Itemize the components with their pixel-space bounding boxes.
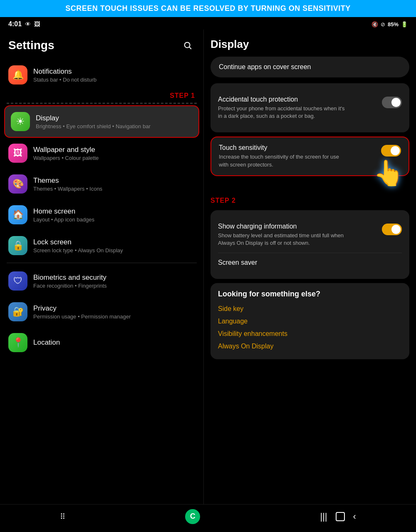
suggestion-always-on[interactable]: Always On Display (218, 340, 402, 353)
touch-cursor-icon: 👆 (373, 158, 404, 188)
biometrics-label: Biometrics and security (33, 273, 107, 282)
privacy-text: Privacy Permission usage • Permission ma… (33, 304, 131, 320)
lockscreen-icon-bg: 🔒 (8, 236, 27, 255)
continue-apps-label: Continue apps on cover screen (219, 63, 311, 70)
panel-title: Display (210, 38, 409, 51)
display-options-card: Accidental touch protection Protect your… (210, 83, 409, 132)
homescreen-sub: Layout • App icon badges (33, 216, 94, 223)
top-banner: SCREEN TOUCH ISSUES CAN BE RESOLVED BY T… (0, 0, 416, 17)
screen-saver-item[interactable]: Screen saver (218, 253, 402, 272)
show-charging-toggle[interactable] (382, 224, 402, 235)
notifications-text: Notifications Status bar • Do not distur… (33, 67, 97, 83)
square-button[interactable] (336, 512, 345, 521)
sidebar-title: Settings (8, 39, 54, 52)
svg-line-1 (189, 47, 191, 49)
step1-label: STEP 1 (0, 90, 203, 101)
wallpaper-icon-bg: 🖼 (8, 144, 27, 163)
themes-text: Themes Themes • Wallpapers • Icons (33, 177, 102, 192)
lockscreen-text: Lock screen Screen lock type • Always On… (33, 238, 123, 254)
banner-text: SCREEN TOUCH ISSUES CAN BE RESOLVED BY T… (65, 4, 351, 12)
accidental-touch-item[interactable]: Accidental touch protection Protect your… (218, 90, 402, 126)
battery-icon: 🔋 (401, 21, 408, 27)
sidebar-item-biometrics[interactable]: 🛡 Biometrics and security Face recogniti… (0, 266, 203, 296)
lockscreen-label: Lock screen (33, 238, 123, 246)
wallpaper-label: Wallpaper and style (33, 146, 99, 154)
show-charging-knob (391, 225, 401, 234)
sidebar-item-notifications[interactable]: 🔔 Notifications Status bar • Do not dist… (0, 60, 203, 90)
biometrics-text: Biometrics and security Face recognition… (33, 273, 107, 289)
back-button[interactable]: ‹ (353, 511, 356, 522)
location-label: Location (33, 338, 60, 347)
display-sub: Brightness • Eye comfort shield • Naviga… (36, 123, 151, 129)
search-button[interactable] (180, 38, 195, 53)
wallpaper-sub: Wallpapers • Colour palette (33, 155, 99, 161)
sidebar-item-wallpaper[interactable]: 🖼 Wallpaper and style Wallpapers • Colou… (0, 138, 203, 169)
sidebar-item-themes[interactable]: 🎨 Themes Themes • Wallpapers • Icons (0, 169, 203, 199)
privacy-sub: Permission usage • Permission manager (33, 313, 131, 320)
continue-apps-button[interactable]: Continue apps on cover screen (210, 57, 409, 77)
themes-icon-bg: 🎨 (8, 174, 27, 194)
notifications-icon: 🔔 (12, 70, 24, 80)
display-text: Display Brightness • Eye comfort shield … (36, 114, 151, 129)
home-button[interactable]: C (185, 509, 200, 524)
accidental-touch-sub: Protect your phone from accidental touch… (218, 105, 349, 120)
suggestion-language[interactable]: Language (218, 315, 402, 328)
charging-card: Show charging information Show battery l… (210, 210, 409, 279)
main-layout: Settings 🔔 Notifications Status bar • Do… (0, 30, 416, 504)
solid-divider (7, 263, 197, 263)
location-text: Location (33, 338, 60, 347)
location-icon: 📍 (12, 337, 24, 348)
touch-sensitivity-knob (391, 146, 400, 155)
privacy-icon: 🔐 (12, 306, 24, 317)
sidebar-header: Settings (0, 38, 203, 60)
status-right: 🔇 ⊘ 85% 🔋 (371, 21, 408, 27)
suggestion-visibility[interactable]: Visibility enhancements (218, 328, 402, 340)
display-label: Display (36, 114, 151, 122)
lockscreen-sub: Screen lock type • Always On Display (33, 247, 123, 254)
location-icon-bg: 📍 (8, 333, 27, 352)
status-image-icon: 🖼 (34, 21, 40, 27)
homescreen-text: Home screen Layout • App icon badges (33, 207, 94, 223)
dotted-divider-top (7, 103, 197, 104)
status-eye-icon: 👁 (25, 21, 31, 27)
privacy-label: Privacy (33, 304, 131, 313)
sidebar: Settings 🔔 Notifications Status bar • Do… (0, 30, 204, 504)
privacy-icon-bg: 🔐 (8, 302, 27, 321)
suggestions-title: Looking for something else? (218, 290, 402, 298)
themes-icon: 🎨 (12, 179, 24, 189)
display-icon-bg: ☀ (11, 112, 30, 131)
accidental-touch-toggle[interactable] (382, 97, 402, 108)
accidental-touch-title: Accidental touch protection (218, 96, 382, 103)
homescreen-icon-bg: 🏠 (8, 205, 27, 224)
suggestion-side-key[interactable]: Side key (218, 303, 402, 315)
app-drawer-button[interactable]: ⠿ (60, 512, 65, 521)
notifications-icon-bg: 🔔 (8, 65, 27, 85)
recents-button[interactable]: ||| (320, 511, 327, 522)
wallpaper-text: Wallpaper and style Wallpapers • Colour … (33, 146, 99, 161)
homescreen-icon: 🏠 (12, 209, 24, 220)
status-left: 4:01 👁 🖼 (8, 20, 40, 28)
show-charging-item[interactable]: Show charging information Show battery l… (218, 217, 402, 253)
mute-icon: 🔇 (371, 21, 378, 27)
status-time: 4:01 (8, 20, 22, 28)
sidebar-item-display[interactable]: ☀ Display Brightness • Eye comfort shiel… (4, 105, 199, 138)
accidental-touch-knob (391, 98, 401, 107)
touch-sensitivity-toggle[interactable] (381, 145, 401, 157)
lockscreen-icon: 🔒 (12, 240, 24, 251)
show-charging-sub: Show battery level and estimated time un… (218, 232, 349, 247)
screen-saver-title: Screen saver (218, 259, 402, 266)
themes-sub: Themes • Wallpapers • Icons (33, 186, 102, 192)
themes-label: Themes (33, 177, 102, 185)
sidebar-item-privacy[interactable]: 🔐 Privacy Permission usage • Permission … (0, 296, 203, 327)
show-charging-title: Show charging information (218, 223, 382, 230)
status-bar: 4:01 👁 🖼 🔇 ⊘ 85% 🔋 (0, 17, 416, 30)
right-panel: Display Continue apps on cover screen Ac… (204, 30, 416, 504)
biometrics-icon-bg: 🛡 (8, 271, 27, 291)
display-icon: ☀ (16, 116, 25, 127)
touch-sensitivity-sub: Increase the touch sensitivity of the sc… (219, 153, 349, 168)
sidebar-item-location[interactable]: 📍 Location (0, 327, 203, 358)
sidebar-item-lockscreen[interactable]: 🔒 Lock screen Screen lock type • Always … (0, 230, 203, 261)
touch-sensitivity-card[interactable]: Touch sensitivity Increase the touch sen… (210, 137, 409, 176)
wallpaper-icon: 🖼 (13, 148, 22, 159)
sidebar-item-homescreen[interactable]: 🏠 Home screen Layout • App icon badges (0, 199, 203, 230)
